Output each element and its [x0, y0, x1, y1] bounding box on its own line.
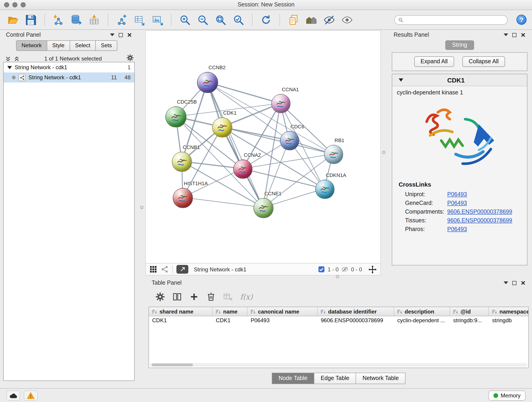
maximize-panel-icon[interactable]: [512, 33, 516, 37]
birdseye-view-button[interactable]: [177, 265, 188, 274]
tab-select[interactable]: Select: [70, 40, 96, 51]
splitter-handle[interactable]: [336, 275, 339, 278]
close-panel-icon[interactable]: ✕: [520, 32, 526, 38]
float-panel-icon[interactable]: [110, 33, 114, 36]
string-results-tab[interactable]: String: [445, 40, 474, 50]
grid-view-button[interactable]: [149, 265, 157, 273]
cloud-status-button[interactable]: [6, 390, 20, 401]
selected-counts: 1 - 0: [328, 266, 339, 273]
table-options-button[interactable]: [155, 292, 165, 301]
open-folder-icon: [7, 14, 19, 26]
network-node-CCNB1[interactable]: [172, 152, 192, 172]
network-canvas[interactable]: CCNB2CCNA1CDC25BCDK1CDC6RB1CCNB1CCNA2CDK…: [146, 31, 380, 263]
maximize-panel-icon[interactable]: [119, 33, 123, 37]
collapse-entry-icon[interactable]: [399, 78, 403, 82]
network-node-CDKN1A[interactable]: [315, 180, 335, 199]
column-header-database-identifier[interactable]: database identifier: [317, 307, 394, 316]
network-node-CCNB2[interactable]: [197, 72, 218, 93]
table-row[interactable]: CDK1CDK1P064939606.ENSP00000378699cyclin…: [149, 316, 528, 325]
crosslink-link[interactable]: P06493: [447, 200, 467, 206]
network-node-CDC6[interactable]: [280, 131, 299, 150]
network-node-CDK1[interactable]: [212, 117, 232, 138]
node-label-CCNA2: CCNA2: [244, 152, 261, 158]
column-header-namespace[interactable]: namespace: [489, 307, 529, 316]
export-image-button[interactable]: [150, 12, 165, 27]
show-graphics-button[interactable]: [340, 12, 355, 27]
show-columns-button[interactable]: [172, 292, 182, 301]
zoom-selected-button[interactable]: [231, 12, 246, 27]
network-node-CCNA1[interactable]: [271, 94, 291, 113]
add-column-button[interactable]: [189, 292, 199, 301]
import-table-button[interactable]: [87, 12, 102, 27]
close-panel-icon[interactable]: ✕: [520, 280, 526, 286]
table-cell: cyclin-dependent ...: [394, 316, 450, 325]
zoom-selected-icon: [233, 14, 244, 26]
save-session-button[interactable]: [23, 12, 38, 27]
results-panel: Results Panel ✕ String Expand All Collap…: [390, 30, 529, 280]
collapse-all-icon[interactable]: [14, 56, 20, 62]
tab-edge-table[interactable]: Edge Table: [314, 373, 356, 384]
splitter-handle[interactable]: [382, 151, 385, 154]
zoom-fit-button[interactable]: [213, 12, 228, 27]
help-button[interactable]: ?: [516, 15, 526, 25]
float-panel-icon[interactable]: [504, 281, 508, 284]
maximize-panel-icon[interactable]: [512, 281, 516, 285]
tab-network-table[interactable]: Network Table: [356, 373, 405, 384]
network-node-RB1[interactable]: [324, 145, 343, 164]
tab-sets[interactable]: Sets: [96, 40, 117, 51]
collapse-all-button[interactable]: Collapse All: [462, 56, 505, 67]
expand-all-button[interactable]: Expand All: [414, 56, 454, 67]
network-node-HIST1H1A[interactable]: [173, 188, 193, 208]
export-table-button[interactable]: [132, 12, 147, 27]
column-header-name[interactable]: name: [213, 307, 247, 316]
tab-network[interactable]: Network: [16, 40, 47, 51]
splitter-handle[interactable]: [140, 206, 143, 209]
crosslink-link[interactable]: P06493: [447, 226, 467, 232]
open-session-button[interactable]: [6, 12, 21, 27]
close-panel-icon[interactable]: ✕: [127, 32, 132, 38]
hidden-eye-icon[interactable]: [341, 266, 348, 273]
memory-button[interactable]: Memory: [488, 390, 526, 401]
zoom-in-button[interactable]: [177, 12, 192, 27]
expand-all-icon[interactable]: [5, 56, 11, 62]
horizontal-scrollbar[interactable]: [150, 363, 527, 367]
search-input[interactable]: [405, 17, 504, 23]
string-network-button[interactable]: [161, 265, 169, 273]
tab-style[interactable]: Style: [47, 40, 70, 51]
network-node-CDC25B[interactable]: [165, 106, 186, 128]
table-toolbar: f(x): [152, 289, 253, 304]
copy-document-button[interactable]: [286, 12, 301, 27]
crosslink-link[interactable]: 9606.ENSP00000378699: [447, 208, 512, 215]
delete-table-button[interactable]: [223, 292, 233, 301]
cybrowser-home-button[interactable]: [304, 12, 319, 27]
apply-layout-button[interactable]: [259, 12, 273, 27]
column-header-canonical-name[interactable]: canonical name: [247, 307, 317, 316]
pan-crosshair-icon[interactable]: [368, 265, 377, 274]
new-network-from-selection-button[interactable]: [114, 12, 129, 27]
network-row[interactable]: String Network - cdk1 11 48: [4, 72, 134, 83]
column-header-description[interactable]: description: [394, 307, 450, 316]
entry-header[interactable]: CDK1: [392, 74, 527, 86]
crosslink-link[interactable]: 9606.ENSP00000378699: [447, 217, 512, 223]
network-node-CCNA2[interactable]: [233, 160, 253, 179]
selected-checkbox-icon[interactable]: [318, 266, 325, 273]
collapse-icon[interactable]: [7, 66, 12, 69]
column-header-shared-name[interactable]: shared name: [149, 307, 213, 316]
hide-annotations-button[interactable]: [322, 12, 337, 27]
warnings-button[interactable]: [24, 390, 38, 401]
function-builder-button[interactable]: f(x): [240, 292, 253, 301]
delete-column-button[interactable]: [206, 292, 216, 301]
network-node-CCNE1[interactable]: [253, 198, 273, 218]
import-network-database-button[interactable]: [69, 12, 84, 27]
tab-node-table[interactable]: Node Table: [272, 373, 314, 384]
float-panel-icon[interactable]: [504, 33, 508, 36]
zoom-fit-icon: [215, 14, 226, 26]
scrollbar-thumb[interactable]: [152, 364, 193, 366]
toolbar-separator: [171, 13, 171, 26]
column-header--id[interactable]: @id: [450, 307, 489, 316]
node-label-CCNB1: CCNB1: [183, 144, 200, 150]
crosslink-link[interactable]: P06493: [447, 191, 467, 197]
zoom-out-button[interactable]: [195, 12, 210, 27]
network-collection-row[interactable]: String Network - cdk1 1: [4, 62, 134, 72]
import-network-file-button[interactable]: [51, 12, 66, 27]
